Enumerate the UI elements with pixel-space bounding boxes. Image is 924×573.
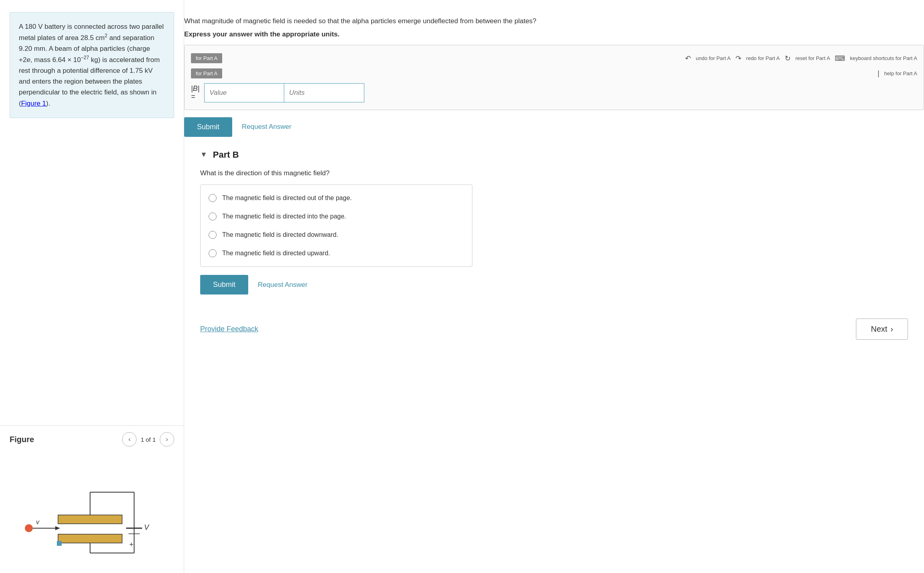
units-input[interactable] (284, 83, 364, 102)
express-text: Express your answer with the appropriate… (184, 30, 924, 38)
radio-label-4: The magnetic field is directed upward. (222, 250, 330, 257)
svg-rect-15 (57, 541, 62, 546)
svg-rect-5 (58, 534, 122, 543)
radio-input-2[interactable] (209, 212, 217, 220)
radio-group: The magnetic field is directed out of th… (200, 184, 472, 267)
figure-title: Figure (10, 435, 34, 444)
circuit-diagram: v V + (12, 457, 172, 561)
value-input[interactable] (204, 83, 284, 102)
problem-text: A 180 V battery is connected across two … (19, 23, 164, 107)
part-b-question: What is the direction of this magnetic f… (200, 168, 908, 178)
part-a-question: What magnitude of magnetic field is need… (184, 16, 924, 26)
part-b-header[interactable]: ▼ Part B (184, 141, 924, 160)
provide-feedback-link[interactable]: Provide Feedback (200, 325, 258, 333)
keyboard-label: keyboard shortcuts for Part A (850, 55, 917, 61)
action-row-a: Submit Request Answer (184, 117, 924, 137)
toolbar-row-2: for Part A | help for Part A (191, 68, 917, 79)
left-panel: A 180 V battery is connected across two … (0, 0, 184, 573)
answer-box-a: for Part A ↶ undo for Part A ↷ redo for … (184, 45, 924, 110)
collapse-arrow-icon: ▼ (200, 150, 207, 159)
svg-text:+: + (129, 541, 134, 549)
keyboard-icon[interactable]: ⌨ (832, 52, 848, 64)
request-answer-link-b[interactable]: Request Answer (258, 281, 307, 289)
svg-marker-2 (55, 526, 60, 530)
help-label: help for Part A (884, 70, 917, 76)
reset-label: reset for Part A (795, 55, 830, 61)
undo-icon[interactable]: ↶ (683, 52, 693, 64)
radio-input-3[interactable] (209, 231, 217, 239)
next-figure-btn[interactable]: › (160, 432, 174, 447)
figure-section: Figure ‹ 1 of 1 › v (0, 425, 184, 573)
submit-btn-b[interactable]: Submit (200, 275, 248, 295)
problem-box: A 180 V battery is connected across two … (10, 12, 174, 118)
radio-label-3: The magnetic field is directed downward. (222, 231, 338, 238)
radio-option-4[interactable]: The magnetic field is directed upward. (201, 244, 472, 262)
radio-option-1[interactable]: The magnetic field is directed out of th… (201, 189, 472, 207)
toolbar-btn-2[interactable]: for Part A (191, 68, 222, 78)
request-answer-link-a[interactable]: Request Answer (242, 123, 291, 131)
part-b-section: ▼ Part B What is the direction of this m… (184, 141, 924, 295)
figure-link[interactable]: Figure 1 (21, 100, 46, 107)
b-label: |B|= (191, 85, 199, 101)
figure-count: 1 of 1 (141, 436, 156, 443)
radio-label-1: The magnetic field is directed out of th… (222, 194, 352, 202)
help-icon[interactable]: | (875, 68, 882, 79)
redo-icon[interactable]: ↷ (733, 52, 744, 64)
input-row: |B|= (191, 83, 917, 102)
action-row-b: Submit Request Answer (200, 275, 908, 295)
part-b-content: What is the direction of this magnetic f… (184, 160, 924, 295)
radio-input-1[interactable] (209, 194, 217, 202)
prev-figure-btn[interactable]: ‹ (122, 432, 137, 447)
submit-btn-a[interactable]: Submit (184, 117, 232, 137)
radio-input-4[interactable] (209, 249, 217, 257)
next-label: Next (871, 325, 887, 334)
svg-text:v: v (36, 519, 40, 525)
right-panel: What magnitude of magnetic field is need… (184, 0, 924, 573)
figure-nav: ‹ 1 of 1 › (122, 432, 174, 447)
figure-header: Figure ‹ 1 of 1 › (0, 425, 184, 453)
reset-icon[interactable]: ↻ (782, 52, 793, 64)
svg-point-0 (25, 524, 33, 532)
figure-diagram: v V + (0, 453, 184, 573)
radio-option-2[interactable]: The magnetic field is directed into the … (201, 207, 472, 226)
footer-row: Provide Feedback Next › (184, 303, 924, 348)
toolbar-row-1: for Part A ↶ undo for Part A ↷ redo for … (191, 52, 917, 64)
part-b-title: Part B (213, 150, 239, 160)
radio-option-3[interactable]: The magnetic field is directed downward. (201, 226, 472, 244)
svg-text:V: V (144, 523, 150, 531)
next-arrow-icon: › (890, 325, 893, 334)
undo-label: undo for Part A (696, 55, 731, 61)
svg-rect-4 (58, 515, 122, 524)
next-btn[interactable]: Next › (856, 319, 908, 340)
toolbar-btn-1[interactable]: for Part A (191, 53, 222, 63)
redo-label: redo for Part A (746, 55, 780, 61)
radio-label-2: The magnetic field is directed into the … (222, 213, 346, 220)
part-a-section: What magnitude of magnetic field is need… (184, 0, 924, 141)
